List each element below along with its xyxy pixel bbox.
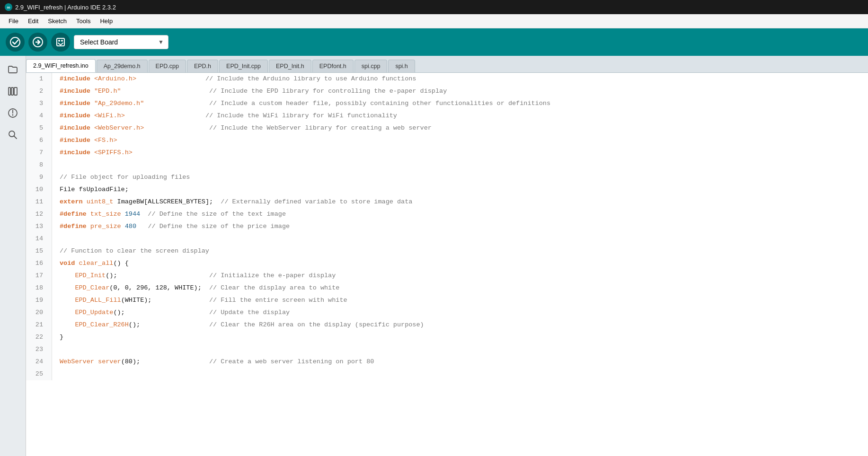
title-bar: ∞ 2.9_WIFI_refresh | Arduino IDE 2.3.2 <box>0 0 868 14</box>
line-content: EPD_Update(); // Update the display <box>52 307 868 319</box>
tab-EPD-cpp[interactable]: EPD.cpp <box>149 60 186 72</box>
code-line: 8 <box>26 159 868 171</box>
code-line: 19 EPD_ALL_Fill(WHITE); // Fill the enti… <box>26 294 868 307</box>
line-content: void clear_all() { <box>52 257 868 270</box>
line-number: 10 <box>26 184 52 196</box>
line-content: WebServer server(80); // Create a web se… <box>52 356 868 368</box>
line-content <box>52 233 868 245</box>
line-number: 20 <box>26 307 52 319</box>
tab-EPD-Init-cpp[interactable]: EPD_Init.cpp <box>219 60 268 72</box>
menu-edit[interactable]: Edit <box>23 16 43 26</box>
code-lines: 1#include <Arduino.h> // Include the Ard… <box>26 73 868 380</box>
line-number: 18 <box>26 282 52 294</box>
board-select-wrapper[interactable]: Select Board ▼ <box>74 35 168 49</box>
line-content: #include <WiFi.h> // Include the WiFi li… <box>52 110 868 122</box>
menu-bar: File Edit Sketch Tools Help <box>0 14 868 28</box>
menu-help[interactable]: Help <box>95 16 117 26</box>
tab-EPD-h[interactable]: EPD.h <box>187 60 218 72</box>
line-content: // File object for uploading files <box>52 171 868 184</box>
line-content: File fsUploadFile; <box>52 184 868 196</box>
library-icon[interactable] <box>4 82 22 100</box>
svg-point-0 <box>10 37 20 47</box>
menu-sketch[interactable]: Sketch <box>43 16 71 26</box>
svg-point-3 <box>58 40 60 42</box>
code-line: 22} <box>26 331 868 343</box>
line-content: #define txt_size 1944 // Define the size… <box>52 208 868 220</box>
code-editor[interactable]: 1#include <Arduino.h> // Include the Ard… <box>26 73 868 456</box>
code-line: 2#include "EPD.h" // Include the EPD lib… <box>26 85 868 97</box>
menu-tools[interactable]: Tools <box>71 16 95 26</box>
title-icon: ∞ <box>5 3 12 11</box>
debug-side-icon[interactable] <box>4 104 22 122</box>
code-line: 11extern uint8_t ImageBW[ALLSCREEN_BYTES… <box>26 196 868 208</box>
svg-point-4 <box>61 40 63 42</box>
line-content: #include <FS.h> <box>52 134 868 147</box>
svg-rect-7 <box>14 88 17 95</box>
line-content: EPD_ALL_Fill(WHITE); // Fill the entire … <box>52 294 868 307</box>
code-line: 6#include <FS.h> <box>26 134 868 147</box>
line-number: 16 <box>26 257 52 270</box>
folder-icon[interactable] <box>4 61 22 79</box>
line-number: 5 <box>26 122 52 134</box>
code-line: 7#include <SPIFFS.h> <box>26 147 868 159</box>
editor-area: 2.9_WIFI_refresh.inoAp_29demo.hEPD.cppEP… <box>26 56 868 456</box>
tab-bar: 2.9_WIFI_refresh.inoAp_29demo.hEPD.cppEP… <box>26 56 868 73</box>
upload-button[interactable] <box>28 33 47 52</box>
code-line: 25 <box>26 368 868 380</box>
code-line: 3#include "Ap_29demo.h" // Include a cus… <box>26 97 868 110</box>
code-line: 16void clear_all() { <box>26 257 868 270</box>
line-number: 23 <box>26 343 52 356</box>
verify-button[interactable] <box>6 33 25 52</box>
line-content: extern uint8_t ImageBW[ALLSCREEN_BYTES];… <box>52 196 868 208</box>
code-line: 21 EPD_Clear_R26H(); // Clear the R26H a… <box>26 319 868 331</box>
line-content: #define pre_size 480 // Define the size … <box>52 220 868 233</box>
line-number: 21 <box>26 319 52 331</box>
tab-spi-h[interactable]: spi.h <box>388 60 415 72</box>
line-number: 3 <box>26 97 52 110</box>
code-line: 1#include <Arduino.h> // Include the Ard… <box>26 73 868 85</box>
line-number: 6 <box>26 134 52 147</box>
svg-rect-6 <box>11 88 13 95</box>
line-number: 4 <box>26 110 52 122</box>
board-select[interactable]: Select Board <box>74 35 168 49</box>
line-number: 24 <box>26 356 52 368</box>
line-number: 19 <box>26 294 52 307</box>
code-line: 20 EPD_Update(); // Update the display <box>26 307 868 319</box>
search-icon[interactable] <box>4 126 22 144</box>
line-content: #include <WebServer.h> // Include the We… <box>52 122 868 134</box>
menu-file[interactable]: File <box>4 16 23 26</box>
left-sidebar <box>0 56 26 456</box>
line-content: } <box>52 331 868 343</box>
line-content: EPD_Clear(0, 0, 296, 128, WHITE); // Cle… <box>52 282 868 294</box>
line-content: // Function to clear the screen display <box>52 245 868 257</box>
line-number: 12 <box>26 208 52 220</box>
line-content <box>52 343 868 356</box>
tab-2-9-WIFI-refresh-ino[interactable]: 2.9_WIFI_refresh.ino <box>26 59 96 72</box>
line-number: 11 <box>26 196 52 208</box>
tab-EPDfont-h[interactable]: EPDfont.h <box>312 60 354 72</box>
code-line: 4#include <WiFi.h> // Include the WiFi l… <box>26 110 868 122</box>
line-number: 14 <box>26 233 52 245</box>
line-content: EPD_Init(); // Initialize the e-paper di… <box>52 270 868 282</box>
tab-EPD-Init-h[interactable]: EPD_Init.h <box>269 60 311 72</box>
line-content <box>52 159 868 171</box>
main-layout: 2.9_WIFI_refresh.inoAp_29demo.hEPD.cppEP… <box>0 56 868 456</box>
line-number: 8 <box>26 159 52 171</box>
code-line: 13#define pre_size 480 // Define the siz… <box>26 220 868 233</box>
line-content <box>52 368 868 380</box>
code-line: 9// File object for uploading files <box>26 171 868 184</box>
debug-button[interactable] <box>51 33 70 52</box>
line-number: 22 <box>26 331 52 343</box>
line-content: #include <SPIFFS.h> <box>52 147 868 159</box>
tab-spi-cpp[interactable]: spi.cpp <box>354 60 388 72</box>
line-number: 15 <box>26 245 52 257</box>
code-line: 10File fsUploadFile; <box>26 184 868 196</box>
svg-rect-5 <box>9 88 10 95</box>
line-number: 17 <box>26 270 52 282</box>
line-number: 7 <box>26 147 52 159</box>
line-content: #include "Ap_29demo.h" // Include a cust… <box>52 97 868 110</box>
code-line: 23 <box>26 343 868 356</box>
code-line: 12#define txt_size 1944 // Define the si… <box>26 208 868 220</box>
tab-Ap-29demo-h[interactable]: Ap_29demo.h <box>97 60 148 72</box>
code-line: 18 EPD_Clear(0, 0, 296, 128, WHITE); // … <box>26 282 868 294</box>
